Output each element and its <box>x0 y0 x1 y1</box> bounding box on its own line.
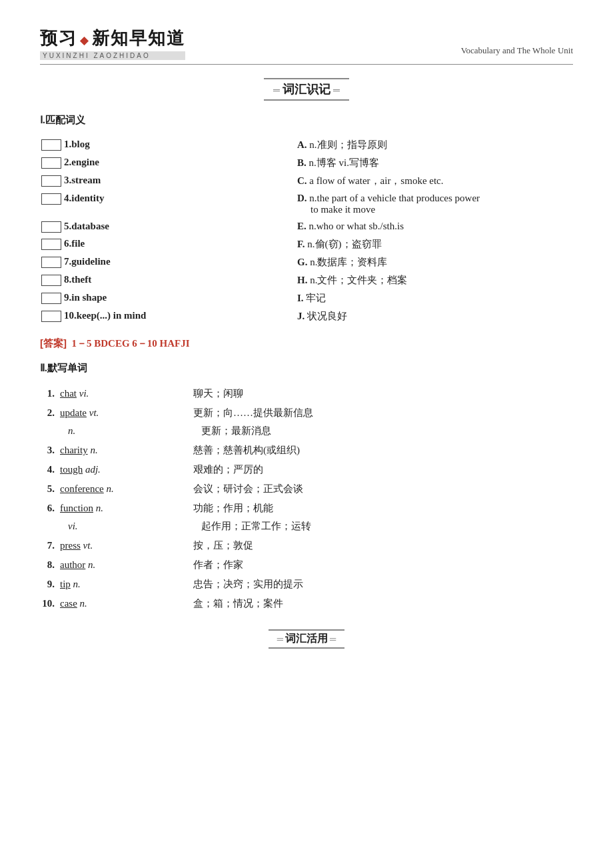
part1-title-text: 匹配词义 <box>45 115 85 125</box>
matching-right-cell: B. n.博客 vi.写博客 <box>296 154 573 172</box>
item-num: 1. <box>64 139 71 149</box>
matching-right-cell: J. 状况良好 <box>296 307 573 325</box>
item-word: file <box>71 238 85 249</box>
word-list-item: 3.charity n.慈善；慈善机构(或组织) <box>40 441 573 460</box>
matching-left-cell: 10.keep(...) in mind <box>40 307 296 325</box>
word-list-item: 10.case n.盒；箱；情况；案件 <box>40 594 573 613</box>
word-sub-chinese: 更新；最新消息 <box>188 425 573 437</box>
word-num: 7. <box>40 540 60 551</box>
word-list-item: 4.tough adj.艰难的；严厉的 <box>40 460 573 479</box>
word-english: function n. <box>60 503 180 514</box>
title-sub: 新知早知道 <box>92 28 185 48</box>
matching-left-cell: 5.database <box>40 218 296 235</box>
item-num: 4. <box>64 193 71 203</box>
matching-right-cell: G. n.数据库；资料库 <box>296 253 573 271</box>
choice-letter: D. <box>297 193 307 203</box>
item-num: 5. <box>64 221 71 231</box>
word-subline: vi.起作用；正常工作；运转 <box>40 518 573 536</box>
part1-title: Ⅰ.匹配词义 <box>40 114 573 127</box>
header-pinyin: YUXINZHI ZAOZHIDAO <box>40 51 185 60</box>
matching-table: 1.blogA. n.准则；指导原则2.engineB. n.博客 vi.写博客… <box>40 136 573 325</box>
word-num: 6. <box>40 503 60 514</box>
item-word: database <box>71 221 109 231</box>
matching-left-cell: 4.identity <box>40 190 296 218</box>
matching-left-cell: 2.engine <box>40 154 296 172</box>
answer-blank <box>41 257 61 268</box>
word-sub-chinese: 起作用；正常工作；运转 <box>188 520 573 533</box>
answer-blank <box>41 293 61 304</box>
word-english: press vt. <box>60 540 180 551</box>
word-list-item: 5.conference n.会议；研讨会；正式会谈 <box>40 479 573 499</box>
matching-right-cell: H. n.文件；文件夹；档案 <box>296 271 573 289</box>
diamond-icon: ◆ <box>80 35 89 46</box>
word-english: tough adj. <box>60 464 180 475</box>
header-title: 预习◆新知早知道 <box>40 27 185 50</box>
answer-blank <box>41 221 61 233</box>
word-chinese: 会议；研讨会；正式会谈 <box>180 483 573 495</box>
word-sub-pos: n. <box>68 425 188 437</box>
word-num: 4. <box>40 464 60 475</box>
vocab-apply-title: 词汇活用 <box>269 629 344 649</box>
choice-text: 牢记 <box>306 293 326 303</box>
item-word: theft <box>71 274 91 285</box>
choice-text: n.准则；指导原则 <box>309 139 386 150</box>
matching-left-cell: 1.blog <box>40 136 296 154</box>
part2-label: Ⅱ <box>40 363 45 373</box>
answer-blank <box>41 175 61 187</box>
item-num: 9. <box>64 292 71 303</box>
word-list-item: 6.function n.功能；作用；机能 <box>40 499 573 518</box>
word-num: 10. <box>40 598 60 609</box>
choice-letter: A. <box>297 139 307 150</box>
choice-text: n.偷(窃)；盗窃罪 <box>307 239 381 249</box>
vocab-section-title: 词汇识记 <box>264 78 349 101</box>
word-list-item: 8.author n.作者；作家 <box>40 555 573 575</box>
part2-title-text: 默写单词 <box>47 363 87 373</box>
answer-label: [答案] <box>40 337 67 349</box>
word-num: 8. <box>40 559 60 571</box>
matching-left-cell: 7.guideline <box>40 253 296 271</box>
matching-right-cell: I. 牢记 <box>296 289 573 307</box>
answer-blank <box>41 139 61 151</box>
word-english: charity n. <box>60 445 180 456</box>
choice-text: a flow of water，air，smoke etc. <box>309 175 443 186</box>
vocab-apply-section: 词汇活用 <box>40 629 573 649</box>
matching-left-cell: 9.in shape <box>40 289 296 307</box>
item-num: 7. <box>64 256 71 267</box>
item-word: blog <box>71 139 90 149</box>
matching-right-cell: C. a flow of water，air，smoke etc. <box>296 172 573 190</box>
word-num: 5. <box>40 483 60 495</box>
item-word: guideline <box>71 256 110 267</box>
matching-left-cell: 8.theft <box>40 271 296 289</box>
item-word: engine <box>71 157 99 167</box>
answer-blank <box>41 193 61 205</box>
word-english: author n. <box>60 559 180 571</box>
word-chinese: 忠告；决窍；实用的提示 <box>180 578 573 591</box>
choice-text: n.数据库；资料库 <box>310 257 387 267</box>
item-num: 3. <box>64 175 71 185</box>
word-english: conference n. <box>60 483 180 495</box>
word-chinese: 功能；作用；机能 <box>180 502 573 515</box>
word-chinese: 按，压；敦促 <box>180 539 573 552</box>
item-num: 2. <box>64 157 71 167</box>
choice-letter: G. <box>297 257 307 267</box>
header-left: 预习◆新知早知道 YUXINZHI ZAOZHIDAO <box>40 27 185 60</box>
matching-right-cell: E. n.who or what sb./sth.is <box>296 218 573 235</box>
answer-blank <box>41 275 61 286</box>
matching-left-cell: 3.stream <box>40 172 296 190</box>
answer-blank <box>41 311 61 322</box>
word-english: chat vi. <box>60 388 180 399</box>
word-list-item: 9.tip n.忠告；决窍；实用的提示 <box>40 575 573 594</box>
word-sub-pos: vi. <box>68 521 188 532</box>
item-word: identity <box>71 193 104 203</box>
matching-right-cell: D. n.the part of a vehicle that produces… <box>296 190 573 218</box>
word-num: 1. <box>40 388 60 399</box>
item-word: stream <box>71 175 101 185</box>
word-chinese: 艰难的；严厉的 <box>180 463 573 476</box>
answer-text: 1－5 BDCEG 6－10 HAFJI <box>72 338 190 349</box>
answer-blank <box>41 157 61 169</box>
word-num: 9. <box>40 579 60 590</box>
word-chinese: 更新；向……提供最新信息 <box>180 407 573 419</box>
word-chinese: 慈善；慈善机构(或组织) <box>180 444 573 457</box>
word-chinese: 盒；箱；情况；案件 <box>180 597 573 610</box>
choice-letter: F. <box>297 239 305 249</box>
